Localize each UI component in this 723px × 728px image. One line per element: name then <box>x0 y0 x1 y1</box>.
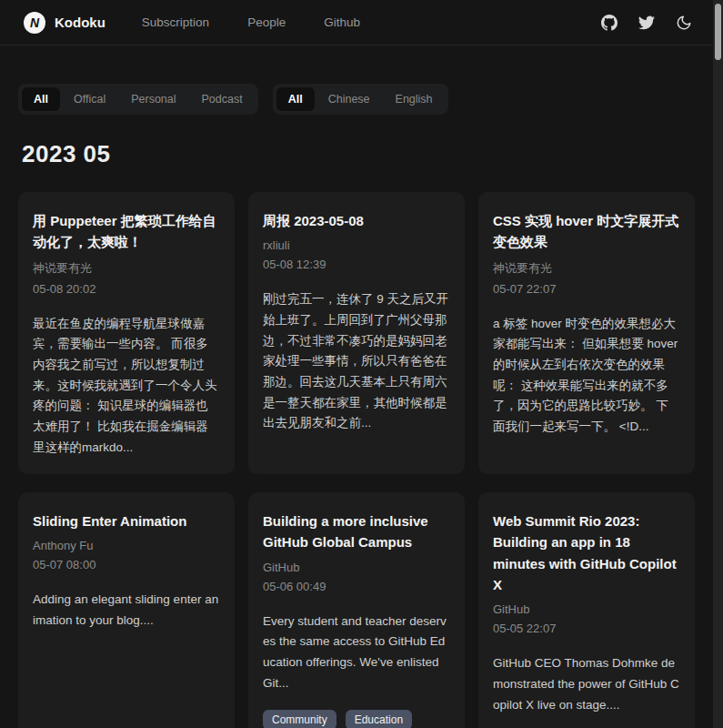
brand-logo[interactable]: N <box>24 12 45 34</box>
language-filter-group: All Chinese English <box>273 84 448 115</box>
header: N Kodoku Subscription People Github <box>0 0 723 46</box>
post-card[interactable]: Building a more inclusive GitHub Global … <box>248 492 465 728</box>
post-excerpt: 刚过完五一，连休了 9 天之后又开始上班了。上周回到了广州父母那边，不过非常不凑… <box>263 289 450 434</box>
post-author: 神说要有光 <box>33 260 220 277</box>
post-card[interactable]: 用 Puppeteer 把繁琐工作给自动化了，太爽啦！ 神说要有光 05-08 … <box>18 192 235 474</box>
post-date: 05-06 00:49 <box>263 580 450 593</box>
post-author: Anthony Fu <box>33 539 220 552</box>
header-icons <box>601 15 692 31</box>
scrollbar-thumb[interactable] <box>715 4 721 60</box>
post-author: GitHub <box>493 602 680 616</box>
post-grid: 用 Puppeteer 把繁琐工作给自动化了，太爽啦！ 神说要有光 05-08 … <box>18 192 695 728</box>
post-date: 05-07 08:00 <box>33 558 220 571</box>
post-excerpt: 最近在鱼皮的编程导航星球做嘉宾，需要输出一些内容。 而很多内容我之前写过，所以想… <box>33 314 220 459</box>
post-title: Web Summit Rio 2023: Building an app in … <box>493 511 680 595</box>
post-author: GitHub <box>263 561 450 574</box>
post-date: 05-08 12:39 <box>263 258 450 271</box>
tag[interactable]: Education <box>346 710 412 728</box>
nav-github[interactable]: Github <box>324 15 360 29</box>
post-excerpt: a 标签 hover 时变色的效果想必大家都能写出来： 但如果想要 hover … <box>493 314 680 438</box>
post-author: rxliuli <box>263 238 450 252</box>
brand-logo-letter: N <box>30 15 39 30</box>
post-title: CSS 实现 hover 时文字展开式变色效果 <box>493 210 680 253</box>
post-card[interactable]: 周报 2023-05-08 rxliuli 05-08 12:39 刚过完五一，… <box>248 192 465 474</box>
filter-category-personal[interactable]: Personal <box>119 87 187 111</box>
category-filter-group: All Offical Personal Podcast <box>18 84 258 115</box>
post-card[interactable]: Sliding Enter Animation Anthony Fu 05-07… <box>18 492 235 728</box>
brand-name[interactable]: Kodoku <box>55 15 105 30</box>
filter-language-chinese[interactable]: Chinese <box>316 87 382 111</box>
nav-subscription[interactable]: Subscription <box>142 15 209 29</box>
post-date: 05-08 20:02 <box>33 282 220 296</box>
post-title: Sliding Enter Animation <box>33 511 220 531</box>
moon-icon[interactable] <box>676 15 692 31</box>
filter-language-english[interactable]: English <box>384 87 445 111</box>
filter-category-podcast[interactable]: Podcast <box>190 87 255 111</box>
nav-people[interactable]: People <box>247 15 286 29</box>
main-nav: Subscription People Github <box>142 15 360 29</box>
post-card[interactable]: Web Summit Rio 2023: Building an app in … <box>478 492 695 728</box>
tag[interactable]: Community <box>263 710 336 728</box>
post-date: 05-07 22:07 <box>493 282 680 296</box>
filter-category-offical[interactable]: Offical <box>62 87 117 111</box>
twitter-icon[interactable] <box>638 15 655 31</box>
post-excerpt: GitHub CEO Thomas Dohmke demonstrated th… <box>493 653 680 715</box>
post-card[interactable]: CSS 实现 hover 时文字展开式变色效果 神说要有光 05-07 22:0… <box>478 192 695 474</box>
filters: All Offical Personal Podcast All Chinese… <box>18 84 695 115</box>
filter-language-all[interactable]: All <box>276 87 315 111</box>
post-author: 神说要有光 <box>493 260 680 277</box>
main-content: All Offical Personal Podcast All Chinese… <box>0 84 723 728</box>
post-date: 05-05 22:07 <box>493 622 680 635</box>
post-tags: Community Education accessibility GitHub… <box>263 710 450 728</box>
filter-category-all[interactable]: All <box>22 87 60 111</box>
post-excerpt: Adding an elegant sliding enter animatio… <box>33 590 220 631</box>
scrollbar-track[interactable] <box>713 0 723 728</box>
post-title: 用 Puppeteer 把繁琐工作给自动化了，太爽啦！ <box>33 210 220 253</box>
post-excerpt: Every student and teacher deserves the s… <box>263 612 450 694</box>
post-title: 周报 2023-05-08 <box>263 210 450 231</box>
github-icon[interactable] <box>601 15 618 31</box>
post-title: Building a more inclusive GitHub Global … <box>263 511 450 553</box>
section-title: 2023 05 <box>22 140 695 168</box>
